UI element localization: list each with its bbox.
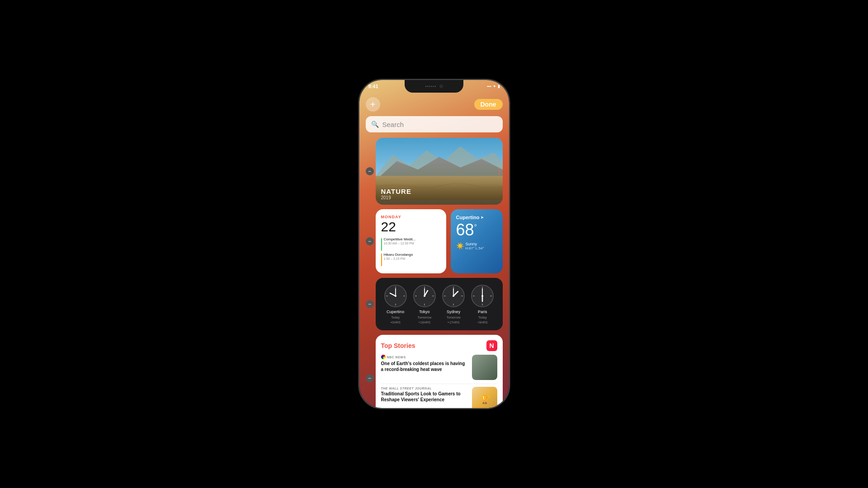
news-thumbnail-1 xyxy=(472,355,497,380)
signal-icon: ▪▪▪ xyxy=(487,84,491,89)
photo-overlay: NATURE 2019 xyxy=(376,183,503,205)
weather-condition: Sunny xyxy=(466,242,484,246)
clock-city-offset-cupertino: +0HRS xyxy=(390,321,401,324)
weather-high-low: H:87° L:54° xyxy=(466,246,484,250)
clock-sydney: Sydney Tomorrow +17HRS xyxy=(442,284,465,324)
weather-details: Sunny H:87° L:54° xyxy=(466,242,484,250)
status-icons: ▪▪▪ ✦ ▮ xyxy=(487,84,500,89)
news-thumb-image-1 xyxy=(472,355,497,380)
plus-icon: + xyxy=(370,100,376,109)
news-icon-symbol: N xyxy=(489,342,494,349)
photo-title: NATURE xyxy=(381,188,497,195)
event-1-indicator xyxy=(381,238,382,251)
clock-city-name-cupertino: Cupertino xyxy=(387,310,404,314)
news-divider xyxy=(381,384,497,384)
calendar-date: 22 xyxy=(381,220,441,234)
remove-news-widget-button[interactable]: − xyxy=(366,374,374,382)
event-2-indicator xyxy=(381,253,382,266)
svg-point-35 xyxy=(481,295,483,297)
calendar-weather-row: − MONDAY 22 Competitive Medit... 10:30 A… xyxy=(366,209,503,273)
search-bar[interactable]: 🔍 Search xyxy=(366,116,503,132)
clock-city-day-cupertino: Today xyxy=(391,316,400,319)
weather-location: Cupertino ➤ xyxy=(456,215,497,220)
calendar-widget[interactable]: MONDAY 22 Competitive Medit... 10:30 AM … xyxy=(376,209,446,273)
sun-icon: ☀️ xyxy=(456,242,464,249)
clock-cupertino: Cupertino Today +0HRS xyxy=(384,284,407,324)
top-bar: + Done xyxy=(359,97,509,112)
weather-temperature: 68° xyxy=(456,221,497,239)
event-2-time: 1:30 – 2:15 PM xyxy=(384,257,413,260)
calendar-day-label: MONDAY xyxy=(381,215,441,219)
clock-paris: Paris Today +9HRS xyxy=(471,284,494,324)
clock-face-sydney xyxy=(442,284,465,308)
news-header: Top Stories N xyxy=(381,340,497,351)
clock-city-offset-paris: +9HRS xyxy=(477,321,488,324)
event-2-details: Hikaru Dorodango 1:30 – 2:15 PM xyxy=(384,253,413,260)
apple-news-icon: N xyxy=(486,340,497,351)
photo-year: 2019 xyxy=(381,195,497,200)
news-story-2-content: THE WALL STREET JOURNAL Traditional Spor… xyxy=(381,387,468,403)
news-headline-2: Traditional Sports Look to Gamers to Res… xyxy=(381,391,468,403)
clock-city-offset-sydney: +17HRS xyxy=(448,321,460,324)
wifi-icon: ✦ xyxy=(493,84,496,89)
news-story-1[interactable]: NBC NEWS One of Earth's coldest places i… xyxy=(381,355,497,380)
svg-point-19 xyxy=(424,295,425,297)
remove-clock-widget-button[interactable]: − xyxy=(366,300,374,308)
news-widget[interactable]: Top Stories N NBC NEWS xyxy=(376,335,503,408)
dot-1 xyxy=(499,168,500,169)
done-button[interactable]: Done xyxy=(474,99,503,110)
event-2-title: Hikaru Dorodango xyxy=(384,253,413,257)
clock-city-day-sydney: Tomorrow xyxy=(447,316,461,319)
front-camera xyxy=(439,84,443,88)
news-title: Top Stories xyxy=(381,342,415,349)
dot-2 xyxy=(499,171,500,172)
phone-frame: ▪▪▪▪▪▪ 9:41 ▪▪▪ ✦ ▮ + Done 🔍 Search xyxy=(359,79,510,409)
photo-widget[interactable]: NATURE 2019 xyxy=(376,138,503,205)
event-1-details: Competitive Medit... 10:30 AM – 12:30 PM xyxy=(384,237,416,245)
search-icon: 🔍 xyxy=(371,121,379,128)
news-story-1-content: NBC NEWS One of Earth's coldest places i… xyxy=(381,355,468,372)
clock-widget[interactable]: Cupertino Today +0HRS xyxy=(376,278,503,330)
remove-calendar-widget-button[interactable]: − xyxy=(366,237,374,245)
clock-face-cupertino xyxy=(384,284,407,308)
phone-screen: ▪▪▪▪▪▪ 9:41 ▪▪▪ ✦ ▮ + Done 🔍 Search xyxy=(359,80,509,408)
clock-tokyo: Tokyo Tomorrow +16HRS xyxy=(413,284,436,324)
event-1-title: Competitive Medit... xyxy=(384,237,416,242)
clock-city-day-paris: Today xyxy=(478,316,487,319)
remove-photo-widget-button[interactable]: − xyxy=(366,167,374,175)
degree-symbol: ° xyxy=(474,223,477,231)
notch-sensors: ▪▪▪▪▪▪ xyxy=(425,84,436,89)
calendar-event-2: Hikaru Dorodango 1:30 – 2:15 PM xyxy=(381,253,441,266)
widgets-container: − xyxy=(359,138,509,408)
clock-face-paris xyxy=(471,284,494,308)
weather-widget[interactable]: Cupertino ➤ 68° ☀️ Sunny H:87° xyxy=(451,209,503,273)
dots-indicator xyxy=(499,168,500,175)
search-placeholder: Search xyxy=(382,121,404,128)
event-1-time: 10:30 AM – 12:30 PM xyxy=(384,242,416,245)
svg-point-11 xyxy=(395,295,396,297)
clock-city-offset-tokyo: +16HRS xyxy=(419,321,431,324)
clock-city-name-tokyo: Tokyo xyxy=(419,310,430,314)
news-headline-1: One of Earth's coldest places is having … xyxy=(381,361,468,372)
clock-widget-wrapper: − xyxy=(366,278,503,330)
news-source-1: NBC NEWS xyxy=(381,355,468,360)
dot-3 xyxy=(499,174,500,175)
add-widget-button[interactable]: + xyxy=(366,97,380,112)
news-thumbnail-2: 🏆 xyxy=(472,387,497,408)
clock-city-name-sydney: Sydney xyxy=(447,310,460,314)
calendar-event-1: Competitive Medit... 10:30 AM – 12:30 PM xyxy=(381,237,441,251)
clock-cities: Cupertino Today +0HRS xyxy=(381,284,497,324)
clock-city-day-tokyo: Tomorrow xyxy=(418,316,432,319)
battery-icon: ▮ xyxy=(498,84,500,89)
clock-face-tokyo xyxy=(413,284,436,308)
clock-city-name-paris: Paris xyxy=(478,310,487,314)
status-time: 9:41 xyxy=(368,84,378,89)
news-thumb-image-2: 🏆 xyxy=(472,387,497,408)
photo-widget-wrapper: − xyxy=(366,138,503,205)
news-story-2[interactable]: THE WALL STREET JOURNAL Traditional Spor… xyxy=(381,387,497,408)
svg-point-27 xyxy=(453,295,454,297)
news-source-2: THE WALL STREET JOURNAL xyxy=(381,387,468,390)
nbc-peacock-logo xyxy=(381,355,386,359)
notch: ▪▪▪▪▪▪ xyxy=(405,80,463,93)
weather-condition-row: ☀️ Sunny H:87° L:54° xyxy=(456,242,497,250)
